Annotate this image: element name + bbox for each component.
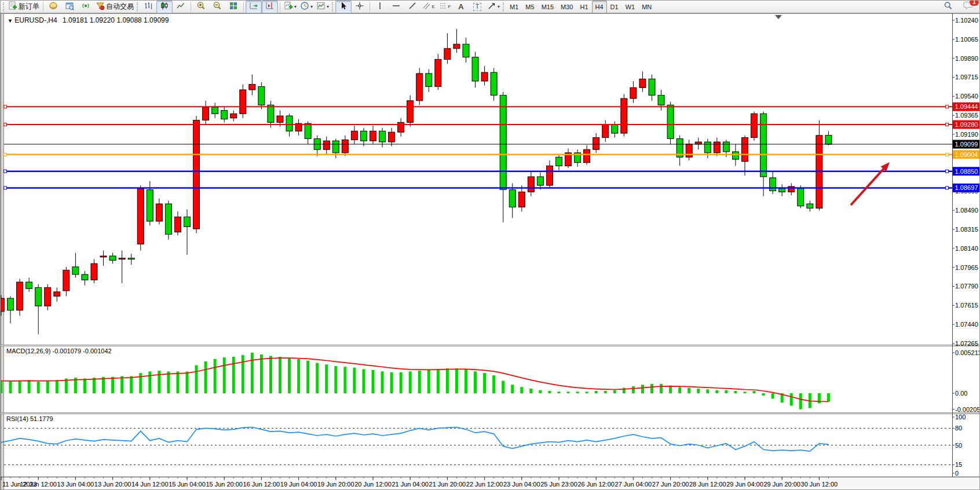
templates-icon — [316, 1, 326, 13]
line-anchor-handle[interactable] — [4, 105, 7, 108]
arrows-dropdown-caret[interactable]: ▾ — [498, 4, 500, 9]
zoom-in-button[interactable] — [193, 1, 209, 13]
chart-title: ▼ EURUSD-,H4 1.09181 1.09220 1.09088 1.0… — [8, 16, 169, 24]
timeframe-button-D1[interactable]: D1 — [607, 1, 622, 13]
horizontal-line-tool-button[interactable] — [388, 1, 404, 13]
macd-bar — [195, 365, 198, 393]
candle — [212, 107, 218, 114]
vertical-line-tool-button[interactable] — [372, 1, 388, 13]
fibonacci-tool-button[interactable]: F — [437, 1, 453, 13]
templates-dropdown-caret[interactable]: ▾ — [327, 4, 329, 9]
chart-shift-button[interactable] — [262, 1, 278, 13]
macd-bar — [437, 369, 440, 393]
auto-trading-button[interactable]: 自动交易 — [94, 1, 136, 13]
macd-bar — [586, 392, 588, 393]
candle — [174, 217, 181, 232]
bar-chart-button[interactable] — [140, 1, 156, 13]
macd-bar — [334, 366, 337, 393]
line-chart-button[interactable] — [173, 1, 189, 13]
text-tool-button[interactable]: A — [453, 1, 469, 13]
price-line-badge: 1.09099 — [953, 140, 980, 148]
line-anchor-handle[interactable] — [4, 153, 7, 156]
templates-button[interactable]: ▾ — [315, 1, 331, 13]
indicators-button[interactable]: ▾ — [282, 1, 298, 13]
channel-tool-button[interactable]: E — [420, 1, 437, 13]
toolbar-grip[interactable] — [3, 2, 4, 12]
line-anchor-handle[interactable] — [946, 105, 949, 108]
macd-bar — [37, 382, 40, 393]
macd-bar — [102, 377, 105, 393]
line-anchor-handle[interactable] — [946, 170, 949, 173]
candle — [231, 114, 237, 118]
svg-text:1.09365: 1.09365 — [955, 112, 978, 119]
zoom-out-button[interactable] — [209, 1, 225, 13]
auto-scroll-button[interactable] — [246, 1, 262, 13]
macd-bar — [827, 393, 830, 401]
macd-bar — [427, 370, 430, 393]
crosshair-tool-button[interactable] — [352, 1, 368, 13]
cursor-tool-button[interactable] — [335, 1, 352, 13]
text-label-tool-button[interactable]: T — [469, 1, 485, 13]
candle — [770, 178, 776, 191]
candle — [630, 87, 637, 98]
candlestick-chart-button[interactable] — [156, 1, 173, 13]
arrows-tool-button[interactable]: ▾ — [485, 1, 502, 13]
new-order-button[interactable]: 新订单 — [6, 1, 41, 13]
candle — [807, 204, 813, 209]
candle — [8, 298, 14, 310]
svg-text:1.07615: 1.07615 — [955, 302, 978, 309]
macd-bar — [316, 363, 319, 393]
line-anchor-handle[interactable] — [4, 170, 7, 173]
tile-windows-button[interactable] — [225, 1, 242, 13]
arrows-tool-icon — [487, 1, 496, 13]
bar-chart-icon — [144, 1, 153, 13]
trendline-tool-button[interactable] — [404, 1, 420, 13]
line-anchor-handle[interactable] — [946, 123, 949, 126]
svg-text:1.08850: 1.08850 — [955, 168, 978, 175]
chart-dropdown-icon[interactable]: ▼ — [8, 18, 13, 24]
timeframe-button-M1[interactable]: M1 — [506, 1, 522, 13]
timeframe-button-M30[interactable]: M30 — [557, 1, 576, 13]
search-button[interactable] — [940, 1, 956, 13]
timeframe-button-M15[interactable]: M15 — [538, 1, 557, 13]
macd-bar — [120, 376, 123, 393]
candle — [751, 114, 758, 137]
macd-bar — [799, 393, 802, 409]
svg-text:1.10065: 1.10065 — [955, 36, 978, 43]
chart-canvas[interactable]: 1.102401.100651.098901.097151.095401.093… — [1, 13, 980, 490]
candle — [91, 264, 97, 280]
candle — [658, 95, 664, 105]
candle — [416, 74, 423, 101]
timeframe-button-MN[interactable]: MN — [638, 1, 655, 13]
indicators-dropdown-caret[interactable]: ▾ — [294, 4, 297, 9]
svg-text:50: 50 — [955, 442, 962, 449]
navigator-button[interactable] — [78, 1, 94, 13]
timeframe-button-H4[interactable]: H4 — [592, 1, 607, 13]
data-window-button[interactable] — [61, 1, 78, 13]
line-anchor-handle[interactable] — [946, 187, 949, 189]
svg-text:1.10240: 1.10240 — [955, 17, 978, 24]
candle — [342, 140, 348, 153]
line-anchor-handle[interactable] — [4, 123, 7, 126]
macd-bar — [148, 371, 151, 393]
candle — [714, 142, 720, 153]
market-watch-button[interactable] — [45, 1, 61, 13]
time-axis-label: 13 Jun 04:00 — [57, 481, 94, 488]
time-axis-label: 19 Jun 04:00 — [280, 481, 317, 488]
macd-bar — [223, 357, 226, 393]
timeframe-button-M5[interactable]: M5 — [522, 1, 537, 13]
periods-button[interactable]: ▾ — [298, 1, 315, 13]
macd-bar — [204, 361, 207, 393]
line-anchor-handle[interactable] — [4, 187, 7, 189]
notification-badge[interactable]: 1 — [970, 0, 979, 6]
notifications-button[interactable]: 1 — [960, 1, 976, 13]
timeframe-button-H1[interactable]: H1 — [576, 1, 591, 13]
macd-bar — [455, 368, 458, 393]
line-anchor-handle[interactable] — [946, 153, 949, 156]
chart-ohlc-values: 1.09181 1.09220 1.09088 1.09099 — [63, 16, 169, 24]
periods-dropdown-caret[interactable]: ▾ — [310, 4, 313, 9]
timeframe-button-W1[interactable]: W1 — [622, 1, 639, 13]
macd-bar — [130, 376, 133, 393]
macd-bar — [232, 357, 235, 393]
macd-bar — [558, 392, 561, 393]
